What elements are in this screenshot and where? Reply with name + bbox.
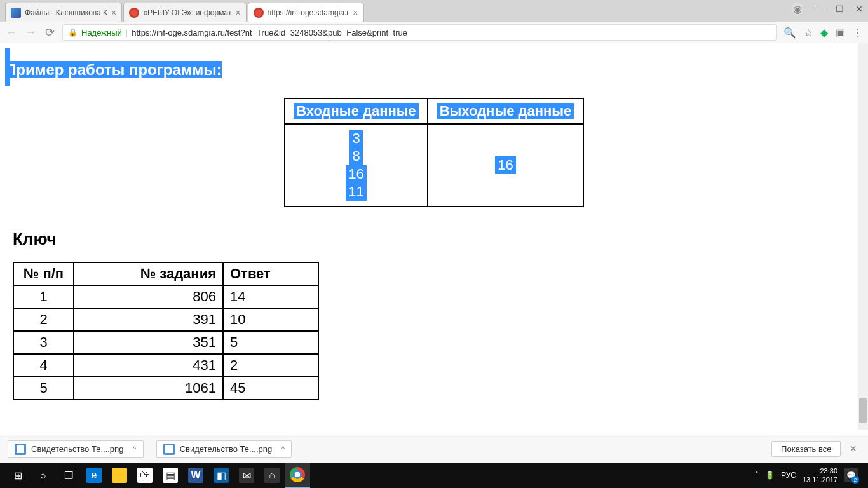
cell-task: 806 [74, 285, 223, 308]
key-heading: Ключ [13, 229, 868, 249]
tab-title: «РЕШУ ОГЭ»: информат [143, 8, 231, 17]
cell-num: 5 [13, 377, 74, 400]
taskbar-chrome[interactable] [285, 463, 310, 488]
tray-clock[interactable]: 23:30 13.11.2017 [803, 466, 837, 484]
start-button[interactable]: ⊞ [5, 463, 31, 488]
chevron-up-icon[interactable]: ^ [281, 444, 285, 454]
taskbar-edge[interactable]: e [81, 463, 107, 488]
table-row: 4 431 2 [13, 354, 318, 377]
extension-icon-2[interactable]: ▣ [836, 27, 845, 39]
download-filename: Свидетельство Те....png [180, 444, 273, 454]
example-table: Входные данные Выходные данные 3 8 16 11… [284, 98, 584, 207]
taskbar-word[interactable]: W [183, 463, 208, 488]
notifications-button[interactable]: 💬2 [844, 468, 858, 482]
user-profile-icon[interactable]: ◉ [791, 3, 804, 15]
back-button[interactable]: ← [5, 26, 18, 39]
favicon-icon [129, 8, 139, 18]
taskbar-app[interactable]: ▤ [158, 463, 183, 488]
cell-answer: 5 [223, 331, 318, 354]
tray-chevron-icon[interactable]: ˄ [755, 471, 759, 480]
tab-0[interactable]: Файлы - Клюшникова К × [5, 3, 122, 22]
example-header-input: Входные данные [285, 98, 428, 124]
menu-icon[interactable]: ⋮ [853, 27, 863, 39]
table-row: 5 1061 45 [13, 377, 318, 400]
address-row: ← → ⟳ 🔒 Надежный | https://inf-oge.sdamg… [0, 22, 868, 43]
maximize-button[interactable]: ☐ [836, 4, 844, 14]
example-input-cell: 3 8 16 11 [285, 124, 428, 207]
close-downloads-bar-button[interactable]: × [846, 442, 860, 456]
zoom-icon[interactable]: 🔍 [783, 27, 796, 39]
cell-answer: 10 [223, 308, 318, 331]
col-header-num: № п/п [13, 262, 74, 285]
cell-answer: 45 [223, 377, 318, 400]
search-button[interactable]: ⌕ [31, 463, 56, 488]
taskbar-explorer[interactable] [107, 463, 132, 488]
download-item[interactable]: Свидетельство Те....png ^ [156, 440, 292, 458]
forward-button[interactable]: → [24, 26, 37, 39]
cell-num: 3 [13, 331, 74, 354]
example-heading: Пример работы программы: [5, 61, 222, 79]
tab-close-icon[interactable]: × [235, 8, 240, 18]
secure-label: Надежный [81, 28, 122, 37]
table-row: 1 806 14 [13, 285, 318, 308]
page-content: Пример работы программы: Входные данные … [0, 43, 868, 430]
favicon-icon [11, 8, 21, 18]
tab-close-icon[interactable]: × [353, 8, 358, 18]
minimize-button[interactable]: — [815, 4, 824, 14]
system-tray: ˄ 🔋 РУС 23:30 13.11.2017 💬2 [755, 466, 863, 484]
table-row: 2 391 10 [13, 308, 318, 331]
table-row: 3 351 5 [13, 331, 318, 354]
cell-answer: 14 [223, 285, 318, 308]
tab-title: Файлы - Клюшникова К [25, 8, 107, 17]
selection-bar [5, 48, 10, 86]
downloads-bar: Свидетельство Те....png ^ Свидетельство … [0, 435, 868, 463]
file-icon [15, 444, 26, 455]
taskbar-mail[interactable]: ✉ [234, 463, 259, 488]
chevron-up-icon[interactable]: ^ [133, 444, 137, 454]
url-bar[interactable]: 🔒 Надежный | https://inf-oge.sdamgia.ru/… [62, 24, 777, 41]
tab-1[interactable]: «РЕШУ ОГЭ»: информат × [123, 3, 246, 22]
cell-num: 1 [13, 285, 74, 308]
download-filename: Свидетельство Те....png [31, 444, 124, 454]
cell-task: 431 [74, 354, 223, 377]
cell-num: 4 [13, 354, 74, 377]
extension-icon[interactable]: ◆ [820, 27, 828, 39]
cell-task: 351 [74, 331, 223, 354]
tray-language[interactable]: РУС [781, 471, 796, 480]
cell-answer: 2 [223, 354, 318, 377]
tab-2[interactable]: https://inf-oge.sdamgia.r × [248, 3, 364, 22]
address-icons: 🔍 ☆ ◆ ▣ ⋮ [783, 27, 863, 39]
url-text: https://inf-oge.sdamgia.ru/test?nt=True&… [132, 28, 407, 37]
tray-date: 13.11.2017 [803, 475, 837, 484]
window-controls: ◉ — ☐ ✕ [791, 3, 863, 15]
tab-close-icon[interactable]: × [111, 8, 116, 18]
col-header-answer: Ответ [223, 262, 318, 285]
tab-title: https://inf-oge.sdamgia.r [268, 8, 349, 17]
input-value: 8 [349, 147, 362, 165]
scrollbar-track[interactable] [858, 43, 868, 430]
download-item[interactable]: Свидетельство Те....png ^ [8, 440, 144, 458]
reload-button[interactable]: ⟳ [43, 25, 56, 39]
show-all-downloads-button[interactable]: Показать все [771, 441, 841, 457]
example-header-output: Выходные данные [428, 98, 583, 124]
tray-time: 23:30 [803, 466, 837, 475]
cell-num: 2 [13, 308, 74, 331]
input-value: 11 [346, 183, 366, 201]
scrollbar-thumb[interactable] [859, 398, 867, 423]
taskbar-app2[interactable]: ◧ [208, 463, 234, 488]
task-view-button[interactable]: ❐ [56, 463, 81, 488]
taskbar-home[interactable]: ⌂ [259, 463, 285, 488]
separator: | [126, 28, 128, 37]
bookmark-star-icon[interactable]: ☆ [804, 27, 813, 39]
lock-icon: 🔒 [68, 28, 78, 37]
cell-task: 391 [74, 308, 223, 331]
input-value: 3 [349, 130, 362, 147]
favicon-icon [254, 8, 264, 18]
tabs-row: Файлы - Клюшникова К × «РЕШУ ОГЭ»: инфор… [0, 0, 868, 22]
close-window-button[interactable]: ✕ [855, 4, 863, 14]
taskbar-store[interactable]: 🛍 [132, 463, 158, 488]
browser-chrome: ◉ — ☐ ✕ Файлы - Клюшникова К × «РЕШУ ОГЭ… [0, 0, 868, 43]
cell-task: 1061 [74, 377, 223, 400]
output-value: 16 [495, 156, 515, 174]
tray-battery-icon[interactable]: 🔋 [765, 471, 775, 480]
